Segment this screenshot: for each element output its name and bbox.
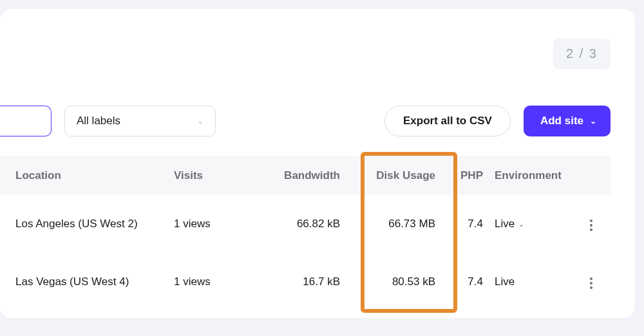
export-csv-button[interactable]: Export all to CSV — [384, 106, 511, 136]
row-actions-menu[interactable] — [585, 214, 598, 236]
cell-disk: 80.53 kB — [352, 275, 447, 288]
dot-icon — [590, 282, 592, 285]
table-row: Las Vegas (US West 4) 1 views 16.7 kB 80… — [0, 253, 611, 311]
cell-location: Los Angeles (US West 2) — [0, 216, 174, 232]
row-actions-menu[interactable] — [585, 272, 598, 294]
toolbar: All labels ⌄ Export all to CSV Add site … — [0, 106, 611, 136]
dot-icon — [590, 224, 592, 227]
cell-disk: 66.73 MB — [352, 218, 447, 230]
chevron-down-icon: ⌄ — [590, 117, 596, 126]
add-site-label: Add site — [540, 115, 583, 127]
cell-visits: 1 views — [174, 275, 256, 288]
main-card: 2 / 3 All labels ⌄ Export all to CSV Add… — [0, 9, 635, 318]
page-indicator: 2 / 3 — [553, 39, 611, 69]
header-env: Environment — [483, 169, 572, 182]
cell-env: Live — [483, 275, 572, 288]
dot-icon — [590, 286, 592, 289]
labels-dropdown[interactable]: All labels ⌄ — [64, 106, 216, 136]
cell-php: 7.4 — [447, 218, 483, 230]
sites-table: Location Visits Bandwidth Disk Usage PHP… — [0, 156, 611, 311]
cell-env[interactable]: Live ⌄ — [483, 218, 572, 230]
env-label: Live — [495, 275, 515, 288]
add-site-button[interactable]: Add site ⌄ — [524, 106, 611, 136]
header-location: Location — [0, 168, 174, 183]
dot-icon — [590, 219, 592, 222]
header-disk: Disk Usage — [352, 169, 447, 182]
header-php: PHP — [447, 169, 483, 182]
labels-dropdown-label: All labels — [77, 115, 120, 127]
cell-visits: 1 views — [174, 218, 256, 230]
dot-icon — [590, 229, 592, 231]
header-visits: Visits — [174, 169, 256, 182]
header-bandwidth: Bandwidth — [256, 169, 352, 182]
table-row: Los Angeles (US West 2) 1 views 66.82 kB… — [0, 195, 611, 253]
table-header: Location Visits Bandwidth Disk Usage PHP… — [0, 156, 611, 195]
cell-php: 7.4 — [447, 275, 483, 288]
cell-location: Las Vegas (US West 4) — [0, 274, 174, 290]
chevron-down-icon: ⌄ — [518, 220, 524, 229]
export-csv-label: Export all to CSV — [403, 115, 492, 127]
cell-bandwidth: 16.7 kB — [256, 275, 352, 288]
cell-bandwidth: 66.82 kB — [256, 218, 352, 230]
dot-icon — [590, 277, 592, 280]
search-input[interactable] — [0, 106, 52, 136]
env-label: Live — [495, 218, 515, 230]
chevron-down-icon: ⌄ — [197, 117, 204, 126]
